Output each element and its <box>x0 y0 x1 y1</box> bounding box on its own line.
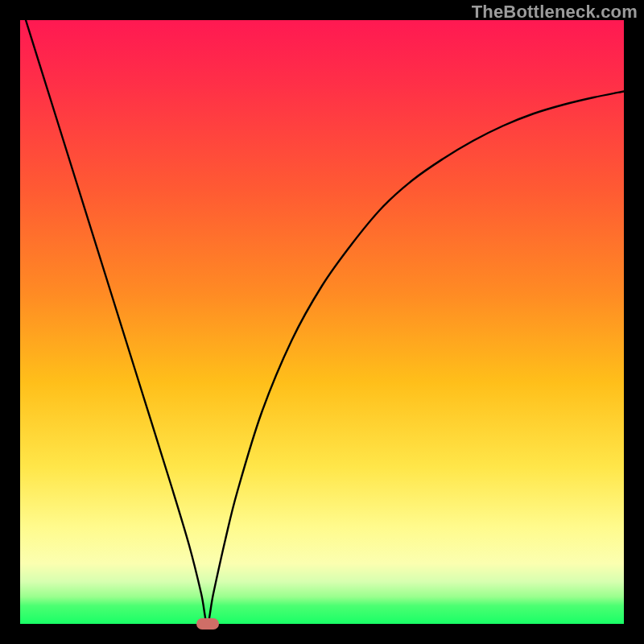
watermark-text: TheBottleneck.com <box>472 2 638 23</box>
chart-stage: TheBottleneck.com <box>0 0 644 644</box>
minimum-marker <box>196 618 219 630</box>
bottleneck-curve <box>20 2 624 625</box>
plot-area <box>20 20 624 624</box>
curve-layer <box>20 20 624 624</box>
